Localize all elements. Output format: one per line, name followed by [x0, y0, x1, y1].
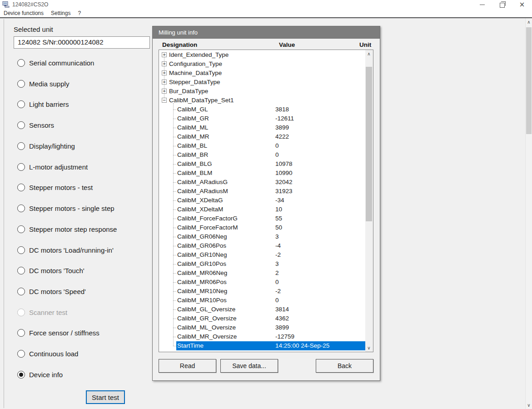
tree-row-calibm_br[interactable]: CalibM_BR0: [159, 150, 365, 160]
test-radio-stepper-motors-single-step[interactable]: Stepper motors - single step: [17, 203, 114, 213]
tree-row-calibm_gl[interactable]: CalibM_GL3818: [159, 105, 365, 114]
radio-circle-icon[interactable]: [17, 163, 25, 171]
back-button[interactable]: Back: [316, 359, 373, 373]
tree-row-calibm_bl[interactable]: CalibM_BL0: [159, 141, 365, 150]
menu-settings[interactable]: Settings: [47, 10, 74, 16]
save-data-button[interactable]: Save data...: [220, 359, 278, 373]
tree-scrollbar-thumb[interactable]: [366, 67, 372, 221]
radio-label: Stepper motor step response: [29, 225, 117, 233]
tree-leaf-value: 4362: [275, 315, 289, 322]
minimize-icon[interactable]: [472, 0, 492, 9]
radio-circle-icon[interactable]: [17, 142, 25, 150]
tree-row-calibm_mr06neg[interactable]: CalibM_MR06Neg2: [159, 269, 365, 278]
tree-row-calibm_forcefactorm[interactable]: CalibM_ForceFactorM50: [159, 223, 365, 232]
radio-circle-icon[interactable]: [17, 246, 25, 254]
test-radio-display-lighting[interactable]: Display/lighting: [17, 141, 75, 151]
radio-circle-icon[interactable]: [17, 100, 25, 108]
tree-row-ident_extended_type[interactable]: +Ident_Extended_Type: [159, 50, 365, 60]
expand-icon[interactable]: +: [162, 61, 167, 66]
radio-circle-icon[interactable]: [17, 59, 25, 67]
radio-circle-icon[interactable]: [17, 225, 25, 233]
expand-icon[interactable]: +: [162, 80, 167, 85]
radio-circle-icon[interactable]: [17, 184, 25, 191]
main-scrollbar-thumb[interactable]: [526, 27, 532, 134]
tree-row-starttime[interactable]: StartTime14:25:00 24-Sep-25: [159, 341, 365, 350]
tree-row-calibm_ml_oversize[interactable]: CalibM_ML_Oversize3899: [159, 323, 365, 332]
start-test-button[interactable]: Start test: [86, 390, 125, 404]
test-radio-stepper-motor-step-response[interactable]: Stepper motor step response: [17, 224, 117, 234]
tree-connector-stub: [173, 337, 176, 337]
tree-row-calibm_mr06pos[interactable]: CalibM_MR06Pos0: [159, 278, 365, 287]
scroll-up-icon[interactable]: ∧: [526, 18, 532, 26]
tree-row-calibm_mr_oversize[interactable]: CalibM_MR_Oversize-12759: [159, 332, 365, 341]
test-radio-stepper-motors-test[interactable]: Stepper motors - test: [17, 182, 93, 192]
tree-row-calibm_gr06pos[interactable]: CalibM_GR06Pos-4: [159, 241, 365, 250]
tree-row-calibm_gr06neg[interactable]: CalibM_GR06Neg3: [159, 232, 365, 241]
tree-row-calibm_gr_oversize[interactable]: CalibM_GR_Oversize4362: [159, 314, 365, 323]
test-radio-light-barriers[interactable]: Light barriers: [17, 99, 69, 109]
test-radio-dc-motors-touch[interactable]: DC motors 'Touch': [17, 265, 85, 275]
test-radio-dc-motors-speed[interactable]: DC motors 'Speed': [17, 286, 86, 296]
scroll-up-icon[interactable]: ∧: [366, 50, 372, 58]
tree-row-calibm_datatype_set1[interactable]: −CalibM_DataType_Set1: [159, 96, 365, 105]
test-radio-device-info[interactable]: Device info: [17, 369, 63, 379]
read-button[interactable]: Read: [159, 359, 216, 373]
expand-icon[interactable]: +: [162, 52, 167, 57]
tree-row-calibm_blm[interactable]: CalibM_BLM10990: [159, 169, 365, 178]
selected-unit-field[interactable]: 124082 S/Nr:000000124082: [14, 36, 150, 49]
radio-circle-icon[interactable]: [17, 267, 25, 274]
collapse-icon[interactable]: −: [162, 98, 167, 103]
main-window-scrollbar[interactable]: ∧ ∨: [525, 18, 532, 409]
radio-circle-icon[interactable]: [17, 80, 25, 88]
test-radio-continuous-load[interactable]: Continuous load: [17, 349, 78, 359]
radio-circle-icon[interactable]: [17, 329, 25, 337]
tree-row-calibm_mr10neg[interactable]: CalibM_MR10Neg-2: [159, 287, 365, 296]
tree-row-calibm_gr10pos[interactable]: CalibM_GR10Pos3: [159, 259, 365, 269]
radio-circle-icon[interactable]: [17, 204, 25, 212]
test-radio-force-sensor-stiffness[interactable]: Force sensor / stiffness: [17, 328, 99, 338]
tree-row-calibm_gr10neg[interactable]: CalibM_GR10Neg-2: [159, 250, 365, 259]
radio-circle-icon[interactable]: [17, 371, 25, 379]
radio-circle-icon[interactable]: [17, 121, 25, 129]
tree-leaf-label: CalibM_MR06Neg: [177, 269, 227, 276]
radio-circle-icon[interactable]: [17, 350, 25, 358]
tree-row-calibm_gl_oversize[interactable]: CalibM_GL_Oversize3814: [159, 305, 365, 314]
scroll-down-icon[interactable]: ∨: [366, 344, 372, 352]
close-icon[interactable]: ×: [512, 0, 532, 9]
tree-row-calibm_aradiusm[interactable]: CalibM_ARadiusM31923: [159, 187, 365, 196]
test-radio-l-motor-adjustment[interactable]: L-motor adjustment: [17, 162, 88, 172]
radio-circle-icon[interactable]: [17, 288, 25, 295]
tree-row-calibm_aradiusg[interactable]: CalibM_ARadiusG32042: [159, 178, 365, 187]
tree-row-calibm_mr[interactable]: CalibM_MR4222: [159, 132, 365, 141]
tree-row-stepper_datatype[interactable]: +Stepper_DataType: [159, 78, 365, 87]
test-radio-serial-communication[interactable]: Serial communication: [17, 58, 94, 68]
tree-leaf-value: 3899: [275, 124, 289, 131]
tree-scrollbar[interactable]: ∧ ∨: [365, 50, 373, 352]
tree-row-configuration_type[interactable]: +Configuration_Type: [159, 60, 365, 69]
menu-device-functions[interactable]: Device functions: [0, 10, 47, 16]
tree-row-calibm_blg[interactable]: CalibM_BLG10978: [159, 160, 365, 169]
tree-connector-stub: [173, 110, 176, 110]
tree-connector-stub: [173, 319, 176, 319]
tree-row-bur_datatype[interactable]: +Bur_DataType: [159, 87, 365, 96]
tree-row-calibm_xdeltam[interactable]: CalibM_XDeltaM10: [159, 205, 365, 214]
tree-row-machine_datatype[interactable]: +Machine_DataType: [159, 69, 365, 78]
test-radio-sensors[interactable]: Sensors: [17, 120, 54, 130]
tree-row-calibm_gr[interactable]: CalibM_GR-12611: [159, 114, 365, 123]
test-radio-dc-motors-load-running-in[interactable]: DC motors 'Load/running-in': [17, 245, 114, 255]
dialog-titlebar[interactable]: Milling unit info: [153, 26, 380, 39]
expand-icon[interactable]: +: [162, 89, 167, 94]
expand-icon[interactable]: +: [162, 70, 167, 75]
test-radio-media-supply[interactable]: Media supply: [17, 79, 69, 89]
tree-leaf-label: CalibM_BLM: [177, 170, 212, 176]
tree-connector-stub: [173, 291, 176, 292]
scroll-down-icon[interactable]: ∨: [526, 401, 532, 409]
tree-row-calibm_xdeltag[interactable]: CalibM_XDeltaG-34: [159, 196, 365, 205]
tree-connector-stub: [173, 300, 176, 301]
tree-row-calibm_forcefactorg[interactable]: CalibM_ForceFactorG55: [159, 214, 365, 223]
tree-leaf-label: CalibM_BLG: [177, 160, 212, 167]
tree-row-calibm_ml[interactable]: CalibM_ML3899: [159, 123, 365, 132]
menu-help[interactable]: ?: [74, 10, 85, 16]
tree-row-calibm_mr10pos[interactable]: CalibM_MR10Pos0: [159, 296, 365, 305]
maximize-icon[interactable]: [492, 0, 512, 9]
